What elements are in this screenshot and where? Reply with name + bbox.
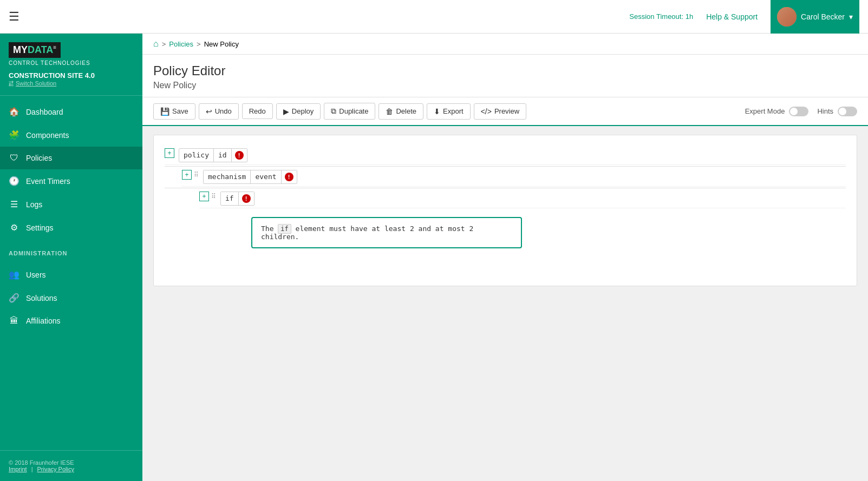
content-area: ⌂ > Policies > New Policy Policy Editor …: [142, 34, 868, 481]
avatar-image: [777, 7, 797, 27]
breadcrumb-current: New Policy: [204, 40, 239, 48]
admin-section-title: ADMINISTRATION: [0, 243, 142, 259]
sidebar-item-policies[interactable]: 🛡 Policies: [0, 147, 142, 169]
sidebar-item-dashboard[interactable]: 🏠 Dashboard: [0, 100, 142, 123]
switch-icon: ⇄: [9, 80, 14, 87]
page-header: Policy Editor New Policy: [142, 55, 868, 97]
editor-wrapper: + policy id !: [142, 126, 868, 295]
imprint-link[interactable]: Imprint: [9, 466, 27, 472]
sidebar-item-event-timers[interactable]: 🕐 Event Timers: [0, 169, 142, 193]
users-icon: 👥: [9, 269, 19, 280]
affiliations-icon: 🏛: [9, 316, 19, 326]
sidebar-item-label: Affiliations: [26, 317, 61, 325]
expand-policy-button[interactable]: +: [165, 148, 174, 158]
policy-tree: + policy id !: [165, 146, 846, 251]
hints-toggle-label: Hints: [817, 107, 857, 116]
sidebar-item-affiliations[interactable]: 🏛 Affiliations: [0, 309, 142, 332]
policy-keyword: policy: [179, 149, 213, 162]
duplicate-icon: ⧉: [331, 107, 336, 116]
error-tooltip-row: The if element must have at least 2 and …: [199, 208, 846, 251]
expand-if-button[interactable]: +: [199, 192, 209, 201]
expert-mode-toggle[interactable]: [789, 107, 808, 116]
admin-nav: 👥 Users 🔗 Solutions 🏛 Affiliations: [0, 259, 142, 337]
if-node-tag: if !: [220, 192, 254, 206]
user-name: Carol Becker: [801, 12, 845, 21]
sidebar-item-label: Policies: [26, 154, 52, 162]
session-timeout: Session Timeout: 1h: [629, 12, 693, 21]
site-name: CONSTRUCTION SITE 4.0: [9, 71, 134, 80]
mechanism-value[interactable]: event: [250, 170, 280, 183]
redo-button[interactable]: Redo: [242, 103, 273, 119]
sidebar-item-logs[interactable]: ☰ Logs: [0, 193, 142, 216]
footer-links: Imprint | Privacy Policy: [9, 466, 134, 472]
tree-row-mechanism: + ⠿ mechanism event !: [182, 168, 846, 187]
switch-solution-button[interactable]: ⇄ Switch Solution: [9, 80, 134, 87]
undo-icon: ↩: [206, 107, 212, 116]
mechanism-keyword: mechanism: [204, 170, 250, 183]
sidebar-footer: © 2018 Fraunhofer IESE Imprint | Privacy…: [0, 450, 142, 481]
preview-icon: </>: [481, 107, 492, 116]
hints-toggle[interactable]: [838, 107, 857, 116]
deploy-icon: ▶: [283, 107, 289, 116]
logs-icon: ☰: [9, 199, 19, 209]
components-icon: 🧩: [9, 130, 19, 140]
footer-pipe: |: [31, 466, 33, 472]
sidebar-item-label: Logs: [26, 200, 42, 209]
brand-tagline: CONTROL TECHNOLOGIES: [9, 60, 134, 66]
tree-controls-mechanism: + ⠿: [182, 170, 199, 180]
if-error-badge: !: [238, 192, 254, 205]
footer-copyright: © 2018 Fraunhofer IESE: [9, 459, 134, 466]
expand-mechanism-button[interactable]: +: [182, 170, 192, 180]
error-tooltip: The if element must have at least 2 and …: [251, 217, 522, 248]
main-layout: MYDATA≡ CONTROL TECHNOLOGIES CONSTRUCTIO…: [0, 34, 868, 481]
main-content: ⌂ > Policies > New Policy Policy Editor …: [142, 34, 868, 481]
undo-button[interactable]: ↩ Undo: [199, 103, 239, 120]
breadcrumb-sep2: >: [197, 40, 201, 48]
policy-node-tag: policy id !: [179, 148, 247, 162]
breadcrumb-sep1: >: [162, 40, 166, 48]
export-button[interactable]: ⬇ Export: [427, 103, 471, 120]
avatar: [777, 7, 797, 27]
sidebar-item-users[interactable]: 👥 Users: [0, 263, 142, 286]
settings-icon: ⚙: [9, 222, 19, 233]
policy-error-icon: !: [235, 151, 244, 160]
sidebar-item-label: Components: [26, 131, 69, 140]
mechanism-error-badge: !: [281, 170, 297, 183]
event-timers-icon: 🕐: [9, 176, 19, 186]
divider-1: [165, 166, 846, 167]
deploy-button[interactable]: ▶ Deploy: [276, 103, 321, 120]
delete-button[interactable]: 🗑 Delete: [378, 103, 423, 120]
sidebar-brand: MYDATA≡ CONTROL TECHNOLOGIES CONSTRUCTIO…: [0, 34, 142, 96]
mechanism-error-icon: !: [285, 173, 293, 181]
hamburger-icon[interactable]: ☰: [9, 10, 19, 24]
sidebar-item-components[interactable]: 🧩 Components: [0, 123, 142, 147]
save-button[interactable]: 💾 Save: [153, 103, 195, 120]
solutions-icon: 🔗: [9, 293, 19, 303]
expert-mode-toggle-label: Expert Mode: [745, 107, 809, 116]
tree-row-policy: + policy id !: [165, 146, 846, 165]
policy-id-value[interactable]: id: [213, 149, 231, 162]
mechanism-node-tag: mechanism event !: [203, 170, 297, 184]
if-keyword: if: [221, 192, 238, 205]
drag-handle-if[interactable]: ⠿: [211, 193, 216, 200]
tree-controls-if: + ⠿: [199, 192, 216, 201]
drag-handle-mechanism[interactable]: ⠿: [194, 171, 199, 179]
editor-panel: + policy id !: [153, 135, 857, 286]
privacy-policy-link[interactable]: Privacy Policy: [37, 466, 74, 472]
top-header: ☰ Session Timeout: 1h Help & Support Car…: [0, 0, 868, 34]
sidebar-item-settings[interactable]: ⚙ Settings: [0, 216, 142, 239]
sidebar-item-label: Dashboard: [26, 108, 63, 116]
brand-logo: MYDATA≡: [9, 42, 61, 58]
help-support-link[interactable]: Help & Support: [706, 12, 758, 21]
sidebar-item-label: Settings: [26, 223, 54, 232]
toolbar-right: Expert Mode Hints: [745, 107, 857, 116]
preview-button[interactable]: </> Preview: [474, 103, 527, 120]
if-error-icon: !: [242, 194, 251, 203]
duplicate-button[interactable]: ⧉ Duplicate: [324, 103, 375, 120]
sidebar-item-solutions[interactable]: 🔗 Solutions: [0, 286, 142, 309]
home-breadcrumb-icon[interactable]: ⌂: [153, 39, 159, 49]
policies-icon: 🛡: [9, 153, 19, 163]
user-menu[interactable]: Carol Becker ▾: [771, 0, 859, 34]
policies-breadcrumb-link[interactable]: Policies: [169, 40, 193, 48]
save-icon: 💾: [160, 107, 169, 116]
